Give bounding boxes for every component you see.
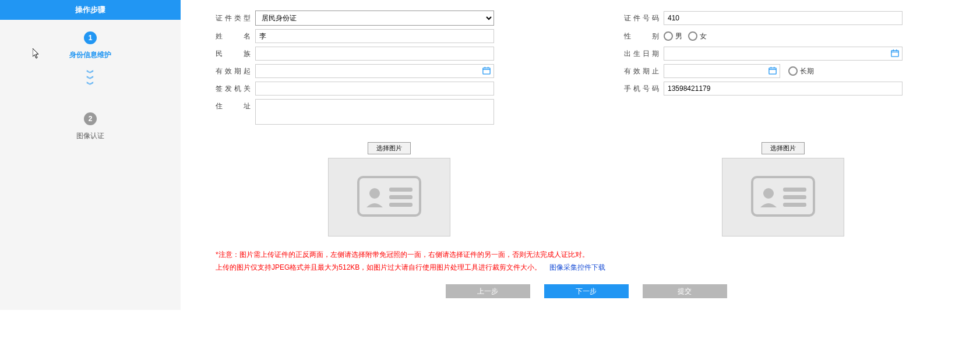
radio-icon: [688, 31, 697, 41]
svg-point-18: [763, 188, 774, 199]
step-1-circle: 1: [84, 31, 97, 44]
id-number-label: 证件号码: [624, 13, 659, 23]
gender-male-label: 男: [675, 31, 682, 41]
radio-icon: [664, 31, 673, 41]
svg-rect-14: [389, 188, 413, 192]
ethnicity-label: 民 族: [216, 49, 251, 59]
valid-from-input[interactable]: [255, 64, 494, 78]
id-card-icon: [357, 176, 421, 218]
sidebar-header: 操作步骤: [0, 0, 181, 20]
main-form: 证件类型 居民身份证 证件号码 姓 名 性 别 男: [181, 0, 980, 310]
upload-front: 选择图片: [328, 142, 450, 236]
step-1-label: 身份信息维护: [0, 50, 181, 60]
svg-rect-21: [783, 203, 806, 207]
valid-from-label: 有效期起: [216, 66, 251, 76]
issuer-label: 签发机关: [216, 84, 251, 94]
step-2[interactable]: 2 图像认证: [0, 101, 181, 141]
svg-rect-16: [389, 203, 413, 207]
chevron-down-icon: ︾︾︾: [0, 70, 181, 88]
id-card-icon: [751, 176, 815, 218]
valid-to-input[interactable]: [664, 64, 780, 78]
id-type-label: 证件类型: [216, 13, 251, 23]
svg-rect-20: [783, 195, 806, 199]
step-1[interactable]: 1 身份信息维护: [0, 20, 181, 60]
choose-back-button[interactable]: 选择图片: [762, 142, 805, 154]
phone-input[interactable]: [664, 82, 903, 96]
birth-label: 出生日期: [624, 49, 659, 59]
gender-female-option[interactable]: 女: [688, 31, 707, 41]
ethnicity-input[interactable]: [255, 47, 494, 61]
phone-label: 手机号码: [624, 84, 659, 94]
gender-label: 性 别: [624, 31, 659, 41]
id-number-input[interactable]: [664, 11, 903, 25]
long-term-option[interactable]: 长期: [788, 66, 814, 76]
note-format: 上传的图片仅支持JPEG格式并且最大为512KB，如图片过大请自行使用图片处理工…: [216, 263, 541, 271]
name-input[interactable]: [255, 29, 494, 43]
prev-button[interactable]: 上一步: [446, 284, 530, 298]
svg-point-13: [369, 188, 380, 199]
radio-icon: [788, 66, 798, 76]
long-term-label: 长期: [800, 66, 814, 76]
id-type-select[interactable]: 居民身份证: [255, 10, 494, 26]
gender-male-option[interactable]: 男: [664, 31, 682, 41]
download-link[interactable]: 图像采集控件下载: [549, 263, 605, 271]
upload-back: 选择图片: [722, 142, 844, 236]
notes: *注意：图片需上传证件的正反两面，左侧请选择附带免冠照的一面，右侧请选择证件的另…: [216, 248, 957, 274]
step-2-circle: 2: [84, 112, 97, 125]
svg-rect-15: [389, 195, 413, 199]
choose-front-button[interactable]: 选择图片: [368, 142, 411, 154]
photo-back-placeholder[interactable]: [722, 158, 844, 236]
gender-female-label: 女: [700, 31, 707, 41]
step-2-label: 图像认证: [0, 131, 181, 141]
address-label: 住 址: [216, 99, 251, 111]
svg-rect-19: [783, 188, 806, 192]
next-button[interactable]: 下一步: [544, 284, 629, 298]
address-input[interactable]: [255, 99, 494, 125]
valid-to-label: 有效期止: [624, 66, 659, 76]
issuer-input[interactable]: [255, 82, 494, 96]
name-label: 姓 名: [216, 31, 251, 41]
submit-button[interactable]: 提交: [643, 284, 727, 298]
photo-front-placeholder[interactable]: [328, 158, 450, 236]
note-warning: *注意：图片需上传证件的正反两面，左侧请选择附带免冠照的一面，右侧请选择证件的另…: [216, 248, 957, 261]
birth-input[interactable]: [664, 47, 903, 61]
sidebar: 操作步骤 1 身份信息维护 ︾︾︾ 2 图像认证: [0, 0, 181, 310]
